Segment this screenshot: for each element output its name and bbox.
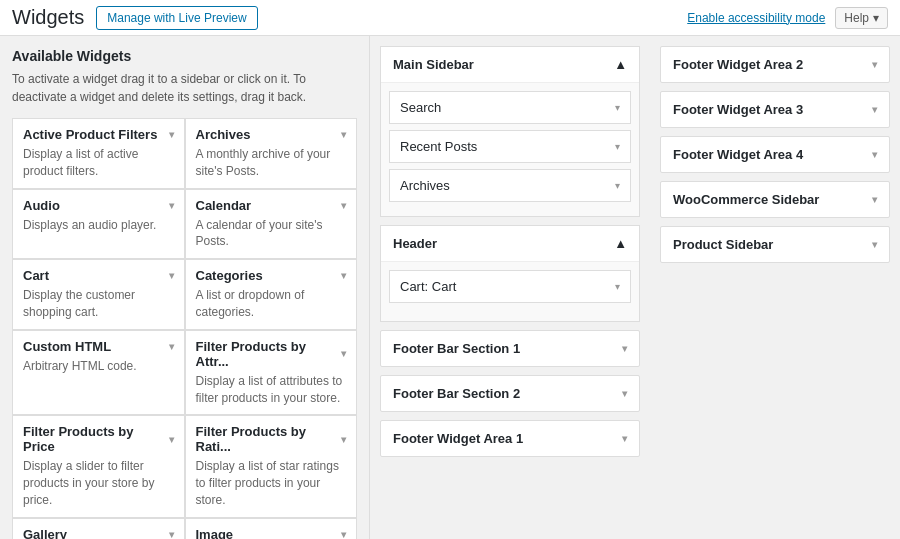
footer-widget-area-4-header[interactable]: Footer Widget Area 4 ▾ <box>661 137 889 172</box>
footer-widget-area-4: Footer Widget Area 4 ▾ <box>660 136 890 173</box>
chevron-down-icon: ▾ <box>622 388 627 399</box>
widget-item-custom-html[interactable]: Custom HTML ▾ Arbitrary HTML code. <box>12 330 185 416</box>
search-widget-label: Search <box>400 100 441 115</box>
archives-label: Archives <box>400 178 450 193</box>
footer-widget-area-1-header[interactable]: Footer Widget Area 1 ▾ <box>381 421 639 456</box>
chevron-down-icon: ▾ <box>169 129 174 140</box>
main-sidebar-header[interactable]: Main Sidebar ▲ <box>381 47 639 82</box>
chevron-down-icon: ▾ <box>341 529 346 539</box>
archives-widget: Archives ▾ <box>389 169 631 202</box>
woocommerce-sidebar-area: WooCommerce Sidebar ▾ <box>660 181 890 218</box>
product-sidebar-area: Product Sidebar ▾ <box>660 226 890 263</box>
accessibility-mode-link[interactable]: Enable accessibility mode <box>687 11 825 25</box>
widget-desc: Displays an audio player. <box>23 217 174 234</box>
footer-bar-section-1-area: Footer Bar Section 1 ▾ <box>380 330 640 367</box>
widget-item-active-product-filters[interactable]: Active Product Filters ▾ Display a list … <box>12 118 185 189</box>
chevron-down-icon: ▾ <box>622 343 627 354</box>
chevron-down-icon: ▾ <box>872 104 877 115</box>
widget-name: Cart <box>23 268 49 283</box>
right-column: Footer Widget Area 2 ▾ Footer Widget Are… <box>650 36 900 539</box>
chevron-down-icon: ▾ <box>622 433 627 444</box>
chevron-down-icon: ▾ <box>169 434 174 445</box>
product-sidebar-title: Product Sidebar <box>673 237 773 252</box>
widget-desc: Display a list of active product filters… <box>23 146 174 180</box>
chevron-down-icon: ▾ <box>872 149 877 160</box>
widget-name: Archives <box>196 127 251 142</box>
widget-desc: Display a list of star ratings to filter… <box>196 458 347 508</box>
cart-widget-label: Cart: Cart <box>400 279 456 294</box>
widget-desc: Arbitrary HTML code. <box>23 358 174 375</box>
search-widget: Search ▾ <box>389 91 631 124</box>
chevron-down-icon: ▾ <box>615 102 620 113</box>
widget-desc: Display a list of attributes to filter p… <box>196 373 347 407</box>
header-area-header[interactable]: Header ▲ <box>381 226 639 261</box>
chevron-down-icon: ▾ <box>169 270 174 281</box>
widget-name: Calendar <box>196 198 252 213</box>
widget-item-audio[interactable]: Audio ▾ Displays an audio player. <box>12 189 185 260</box>
widget-name: Active Product Filters <box>23 127 157 142</box>
footer-widget-area-2-header[interactable]: Footer Widget Area 2 ▾ <box>661 47 889 82</box>
widget-item-categories[interactable]: Categories ▾ A list or dropdown of categ… <box>185 259 358 330</box>
chevron-down-icon: ▾ <box>169 529 174 539</box>
footer-bar-section-1-header[interactable]: Footer Bar Section 1 ▾ <box>381 331 639 366</box>
help-label: Help <box>844 11 869 25</box>
widget-name: Audio <box>23 198 60 213</box>
footer-bar-section-2-area: Footer Bar Section 2 ▾ <box>380 375 640 412</box>
available-widgets-heading: Available Widgets <box>12 48 357 64</box>
widget-item-filter-products-attr[interactable]: Filter Products by Attr... ▾ Display a l… <box>185 330 358 416</box>
widget-desc: Display the customer shopping cart. <box>23 287 174 321</box>
widget-desc: A calendar of your site's Posts. <box>196 217 347 251</box>
widget-item-filter-products-price[interactable]: Filter Products by Price ▾ Display a sli… <box>12 415 185 517</box>
widget-name: Gallery <box>23 527 67 539</box>
widget-name: Image <box>196 527 234 539</box>
widget-desc: Display a slider to filter products in y… <box>23 458 174 508</box>
widget-name: Categories <box>196 268 263 283</box>
widget-item-filter-products-rating[interactable]: Filter Products by Rati... ▾ Display a l… <box>185 415 358 517</box>
footer-widget-area-1: Footer Widget Area 1 ▾ <box>380 420 640 457</box>
chevron-down-icon: ▾ <box>341 270 346 281</box>
chevron-down-icon: ▾ <box>169 200 174 211</box>
collapse-icon: ▲ <box>614 57 627 72</box>
footer-widget-area-1-title: Footer Widget Area 1 <box>393 431 523 446</box>
collapse-icon: ▲ <box>614 236 627 251</box>
recent-posts-label: Recent Posts <box>400 139 477 154</box>
manage-live-preview-button[interactable]: Manage with Live Preview <box>96 6 257 30</box>
footer-widget-area-4-title: Footer Widget Area 4 <box>673 147 803 162</box>
woocommerce-sidebar-title: WooCommerce Sidebar <box>673 192 819 207</box>
help-chevron-icon: ▾ <box>873 11 879 25</box>
chevron-down-icon: ▾ <box>615 281 620 292</box>
help-button[interactable]: Help ▾ <box>835 7 888 29</box>
widget-item-archives[interactable]: Archives ▾ A monthly archive of your sit… <box>185 118 358 189</box>
widget-item-image[interactable]: Image ▾ Displays an image. <box>185 518 358 539</box>
main-content: Available Widgets To activate a widget d… <box>0 36 900 539</box>
available-widgets-description: To activate a widget drag it to a sideba… <box>12 70 357 106</box>
product-sidebar-header[interactable]: Product Sidebar ▾ <box>661 227 889 262</box>
widget-item-gallery[interactable]: Gallery ▾ Displays an image gallery. <box>12 518 185 539</box>
header-area-content: Cart: Cart ▾ <box>381 261 639 321</box>
footer-bar-section-1-title: Footer Bar Section 1 <box>393 341 520 356</box>
chevron-down-icon: ▾ <box>872 194 877 205</box>
chevron-down-icon: ▾ <box>872 59 877 70</box>
woocommerce-sidebar-header[interactable]: WooCommerce Sidebar ▾ <box>661 182 889 217</box>
chevron-down-icon: ▾ <box>615 141 620 152</box>
footer-widget-area-3-header[interactable]: Footer Widget Area 3 ▾ <box>661 92 889 127</box>
chevron-down-icon: ▾ <box>341 434 346 445</box>
widget-areas: Main Sidebar ▲ Search ▾ Recent Posts <box>370 36 900 539</box>
widget-name: Filter Products by Price <box>23 424 169 454</box>
footer-bar-section-2-title: Footer Bar Section 2 <box>393 386 520 401</box>
center-column: Main Sidebar ▲ Search ▾ Recent Posts <box>370 36 650 539</box>
chevron-down-icon: ▾ <box>341 348 346 359</box>
widget-item-cart[interactable]: Cart ▾ Display the customer shopping car… <box>12 259 185 330</box>
footer-bar-section-2-header[interactable]: Footer Bar Section 2 ▾ <box>381 376 639 411</box>
chevron-down-icon: ▾ <box>341 200 346 211</box>
widget-name: Filter Products by Rati... <box>196 424 342 454</box>
footer-widget-area-2-title: Footer Widget Area 2 <box>673 57 803 72</box>
recent-posts-widget: Recent Posts ▾ <box>389 130 631 163</box>
widget-desc: A monthly archive of your site's Posts. <box>196 146 347 180</box>
widget-item-calendar[interactable]: Calendar ▾ A calendar of your site's Pos… <box>185 189 358 260</box>
widget-name: Custom HTML <box>23 339 111 354</box>
chevron-down-icon: ▾ <box>169 341 174 352</box>
footer-widget-area-3: Footer Widget Area 3 ▾ <box>660 91 890 128</box>
footer-widget-area-3-title: Footer Widget Area 3 <box>673 102 803 117</box>
chevron-down-icon: ▾ <box>341 129 346 140</box>
